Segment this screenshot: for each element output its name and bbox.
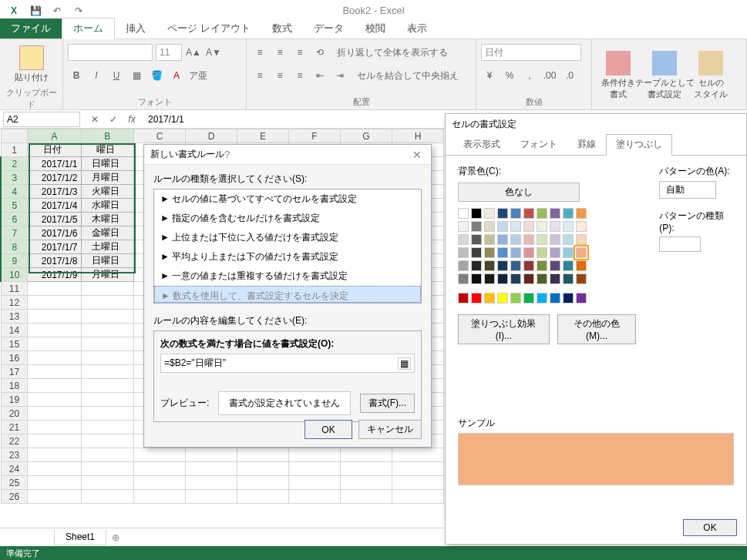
row-header[interactable]: 8 bbox=[1, 240, 28, 254]
cell[interactable] bbox=[134, 476, 186, 490]
color-swatch[interactable] bbox=[458, 247, 469, 258]
color-swatch[interactable] bbox=[497, 208, 508, 219]
rule-type-item[interactable]: ► 上位または下位に入る値だけを書式設定 bbox=[154, 228, 421, 247]
increase-font-button[interactable]: A▲ bbox=[185, 44, 202, 61]
pattern-type-combo[interactable] bbox=[659, 236, 700, 252]
inc-decimal-button[interactable]: .00 bbox=[541, 67, 558, 84]
tab-number-format[interactable]: 表示形式 bbox=[453, 134, 510, 155]
cell[interactable] bbox=[134, 490, 186, 504]
color-swatch[interactable] bbox=[471, 260, 482, 271]
cell[interactable]: 2017/1/5 bbox=[28, 213, 81, 226]
cell[interactable]: 日付 bbox=[28, 143, 81, 157]
color-swatch[interactable] bbox=[550, 208, 560, 219]
format-button[interactable]: 書式(F)... bbox=[360, 394, 415, 413]
cancel-edit-button[interactable]: ✕ bbox=[86, 111, 103, 128]
color-swatch[interactable] bbox=[550, 260, 560, 271]
color-swatch[interactable] bbox=[563, 273, 574, 284]
color-swatch[interactable] bbox=[497, 234, 508, 245]
cell[interactable]: 2017/1/4 bbox=[28, 199, 81, 213]
new-sheet-button[interactable]: ⊕ bbox=[106, 532, 125, 543]
row-header[interactable]: 21 bbox=[1, 421, 28, 434]
color-swatch[interactable] bbox=[523, 260, 534, 271]
cell[interactable]: 2017/1/2 bbox=[28, 171, 81, 185]
row-header[interactable]: 23 bbox=[1, 448, 28, 462]
color-swatch[interactable] bbox=[563, 293, 574, 303]
row-header[interactable]: 22 bbox=[1, 434, 28, 448]
cell[interactable] bbox=[81, 434, 134, 448]
cell[interactable] bbox=[288, 462, 340, 476]
cell[interactable] bbox=[28, 379, 81, 393]
cell[interactable] bbox=[237, 462, 289, 476]
color-swatch[interactable] bbox=[510, 293, 521, 303]
rule-type-item[interactable]: ► 数式を使用して、書式設定するセルを決定 bbox=[154, 286, 421, 303]
cell[interactable] bbox=[81, 365, 134, 379]
color-swatch[interactable] bbox=[484, 293, 495, 303]
color-swatch[interactable] bbox=[458, 208, 469, 219]
cell[interactable] bbox=[81, 490, 134, 504]
color-swatch[interactable] bbox=[523, 273, 534, 284]
cell[interactable] bbox=[392, 490, 443, 504]
cell[interactable] bbox=[186, 448, 237, 462]
row-header[interactable]: 4 bbox=[1, 185, 28, 199]
cell[interactable] bbox=[237, 490, 289, 504]
row-header[interactable]: 17 bbox=[1, 365, 28, 379]
cell[interactable]: 金曜日 bbox=[81, 226, 134, 240]
color-swatch[interactable] bbox=[458, 273, 469, 284]
row-header[interactable]: 10 bbox=[1, 268, 28, 282]
rule-type-item[interactable]: ► セルの値に基づいてすべてのセルを書式設定 bbox=[154, 189, 421, 209]
row-header[interactable]: 9 bbox=[1, 254, 28, 268]
percent-button[interactable]: % bbox=[501, 67, 518, 84]
rule-type-item[interactable]: ► 一意の値または重複する値だけを書式設定 bbox=[154, 267, 421, 286]
fill-color-button[interactable]: 🪣 bbox=[148, 67, 165, 84]
tab-fill-format[interactable]: 塗りつぶし bbox=[606, 134, 672, 156]
fill-effects-button[interactable]: 塗りつぶし効果(I)... bbox=[458, 314, 550, 344]
color-swatch[interactable] bbox=[537, 293, 547, 303]
select-all-cell[interactable] bbox=[1, 129, 28, 143]
color-swatch[interactable] bbox=[510, 234, 521, 245]
row-header[interactable]: 12 bbox=[1, 296, 28, 310]
name-box[interactable] bbox=[3, 112, 80, 127]
col-header[interactable]: H bbox=[392, 129, 443, 143]
border-button[interactable]: ▦ bbox=[128, 67, 145, 84]
align-left-button[interactable]: ≡ bbox=[251, 67, 268, 84]
color-swatch[interactable] bbox=[484, 247, 495, 258]
cell[interactable]: 木曜日 bbox=[81, 213, 134, 226]
cell[interactable] bbox=[186, 462, 237, 476]
tab-review[interactable]: 校閲 bbox=[355, 18, 396, 39]
color-swatch[interactable] bbox=[576, 221, 587, 232]
cell[interactable] bbox=[28, 296, 81, 310]
color-swatch[interactable] bbox=[576, 293, 587, 303]
redo-button[interactable]: ↷ bbox=[69, 2, 88, 19]
col-header[interactable]: D bbox=[186, 129, 237, 143]
color-swatch[interactable] bbox=[471, 208, 482, 219]
range-picker-icon[interactable]: ▦ bbox=[398, 357, 411, 370]
row-header[interactable]: 13 bbox=[1, 310, 28, 324]
cell[interactable] bbox=[340, 462, 392, 476]
cell[interactable] bbox=[392, 462, 443, 476]
color-swatch[interactable] bbox=[471, 221, 482, 232]
cell[interactable]: 月曜日 bbox=[81, 171, 134, 185]
color-swatch[interactable] bbox=[484, 208, 495, 219]
row-header[interactable]: 19 bbox=[1, 393, 28, 407]
color-swatch[interactable] bbox=[576, 273, 587, 284]
color-swatch[interactable] bbox=[523, 293, 534, 303]
paste-button[interactable]: 貼り付け bbox=[15, 41, 49, 87]
color-swatch[interactable] bbox=[550, 273, 560, 284]
cell[interactable] bbox=[28, 407, 81, 421]
color-swatch[interactable] bbox=[537, 273, 547, 284]
cell[interactable] bbox=[28, 462, 81, 476]
col-header[interactable]: F bbox=[288, 129, 340, 143]
cell[interactable]: 2017/1/8 bbox=[28, 254, 81, 268]
tab-page-layout[interactable]: ページ レイアウト bbox=[156, 18, 261, 39]
cell[interactable]: 土曜日 bbox=[81, 240, 134, 254]
color-swatch[interactable] bbox=[510, 260, 521, 271]
font-color-button[interactable]: A bbox=[168, 67, 185, 84]
color-swatch[interactable] bbox=[510, 221, 521, 232]
cell[interactable] bbox=[81, 337, 134, 351]
cell[interactable] bbox=[186, 476, 237, 490]
cell[interactable]: 曜日 bbox=[81, 143, 134, 157]
col-header[interactable]: A bbox=[28, 129, 81, 143]
color-swatch[interactable] bbox=[563, 208, 574, 219]
color-swatch[interactable] bbox=[484, 221, 495, 232]
row-header[interactable]: 24 bbox=[1, 462, 28, 476]
